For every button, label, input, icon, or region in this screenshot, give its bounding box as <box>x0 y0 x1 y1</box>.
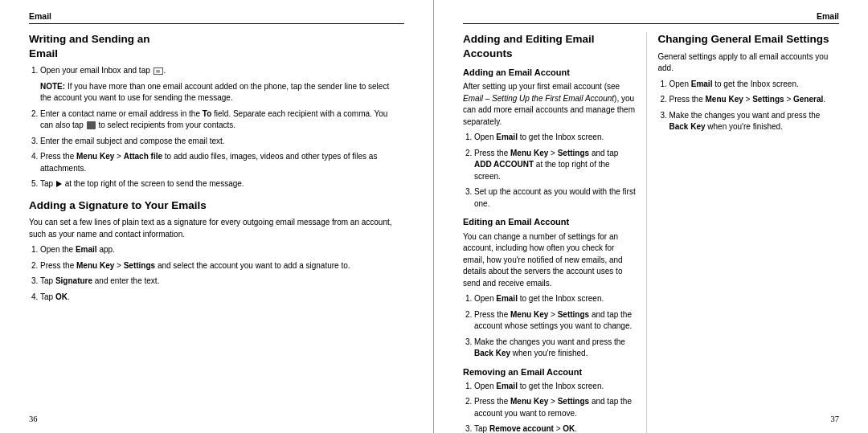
left-page-number: 36 <box>29 415 38 423</box>
writing-step-2: Enter a contact name or email address in… <box>40 108 396 132</box>
general-settings-steps: Open Email to get the Inbox screen. Pres… <box>669 79 832 133</box>
edit-step-3: Make the changes you want and press the … <box>474 337 637 360</box>
right-header-label: Email <box>817 11 839 21</box>
editing-account-subsection: Editing an Email Account You can change … <box>463 216 637 359</box>
add-step-3: Set up the account as you would with the… <box>474 186 637 210</box>
general-step-1: Open Email to get the Inbox screen. <box>669 79 832 91</box>
left-header-label: Email <box>29 11 51 21</box>
editing-account-heading: Editing an Email Account <box>463 216 637 227</box>
page-container: Email Writing and Sending anEmail Open y… <box>0 0 868 433</box>
removing-account-steps: Open Email to get the Inbox screen. Pres… <box>474 381 637 433</box>
right-page-header: Email <box>463 11 839 24</box>
general-step-3: Make the changes you want and press the … <box>669 110 832 133</box>
writing-heading: Writing and Sending anEmail <box>29 32 396 60</box>
left-page: Email Writing and Sending anEmail Open y… <box>0 0 434 433</box>
signature-section: Adding a Signature to Your Emails You ca… <box>29 198 396 304</box>
right-page: Email Adding and Editing Email Accounts … <box>434 0 868 433</box>
right-column-2: Changing General Email Settings General … <box>647 32 840 433</box>
right-page-number: 37 <box>831 415 840 423</box>
general-settings-section: Changing General Email Settings General … <box>658 32 832 133</box>
adding-account-heading: Adding an Email Account <box>463 67 637 78</box>
writing-step-3: Enter the email subject and compose the … <box>40 136 396 148</box>
sig-step-1: Open the Email app. <box>40 244 396 256</box>
writing-section: Writing and Sending anEmail Open your em… <box>29 32 396 190</box>
adding-account-intro: After setting up your first email accoun… <box>463 81 637 128</box>
writing-step-1: Open your email Inbox and tap ✉. NOTE: I… <box>40 65 396 104</box>
general-step-2: Press the Menu Key > Settings > General. <box>669 94 832 106</box>
left-column-1: Writing and Sending anEmail Open your em… <box>29 32 404 311</box>
adding-account-steps: Open Email to get the Inbox screen. Pres… <box>474 132 637 210</box>
general-settings-heading: Changing General Email Settings <box>658 32 832 47</box>
signature-intro: You can set a few lines of plain text as… <box>29 217 396 240</box>
sig-step-2: Press the Menu Key > Settings and select… <box>40 260 396 272</box>
editing-account-steps: Open Email to get the Inbox screen. Pres… <box>474 293 637 360</box>
left-footer: 36 <box>29 415 404 423</box>
left-page-header: Email <box>29 11 404 24</box>
right-footer: 37 <box>463 415 839 423</box>
add-step-2: Press the Menu Key > Settings and tap AD… <box>474 148 637 183</box>
left-content: Writing and Sending anEmail Open your em… <box>29 32 404 311</box>
writing-step-4: Press the Menu Key > Attach file to add … <box>40 151 396 174</box>
writing-step-5: Tap at the top right of the screen to se… <box>40 178 396 190</box>
signature-heading: Adding a Signature to Your Emails <box>29 198 396 213</box>
removing-account-heading: Removing an Email Account <box>463 366 637 378</box>
remove-step-1: Open Email to get the Inbox screen. <box>474 381 637 393</box>
sig-step-4: Tap OK. <box>40 292 396 304</box>
edit-step-1: Open Email to get the Inbox screen. <box>474 293 637 305</box>
adding-editing-section: Adding and Editing Email Accounts Adding… <box>463 32 637 433</box>
signature-steps: Open the Email app. Press the Menu Key >… <box>40 244 396 303</box>
remove-step-3: Tap Remove account > OK. <box>474 423 637 433</box>
contacts-icon <box>87 121 96 129</box>
send-icon <box>56 181 62 187</box>
right-content: Adding and Editing Email Accounts Adding… <box>463 32 839 433</box>
sig-step-3: Tap Signature and enter the text. <box>40 276 396 288</box>
email-icon: ✉ <box>154 67 163 75</box>
general-settings-intro: General settings apply to all email acco… <box>658 51 832 75</box>
adding-account-subsection: Adding an Email Account After setting up… <box>463 67 637 210</box>
add-step-1: Open Email to get the Inbox screen. <box>474 132 637 144</box>
editing-account-intro: You can change a number of settings for … <box>463 231 637 290</box>
right-column-1: Adding and Editing Email Accounts Adding… <box>463 32 647 433</box>
adding-editing-heading: Adding and Editing Email Accounts <box>463 32 637 60</box>
writing-steps: Open your email Inbox and tap ✉. NOTE: I… <box>40 65 396 190</box>
edit-step-2: Press the Menu Key > Settings and tap th… <box>474 309 637 333</box>
